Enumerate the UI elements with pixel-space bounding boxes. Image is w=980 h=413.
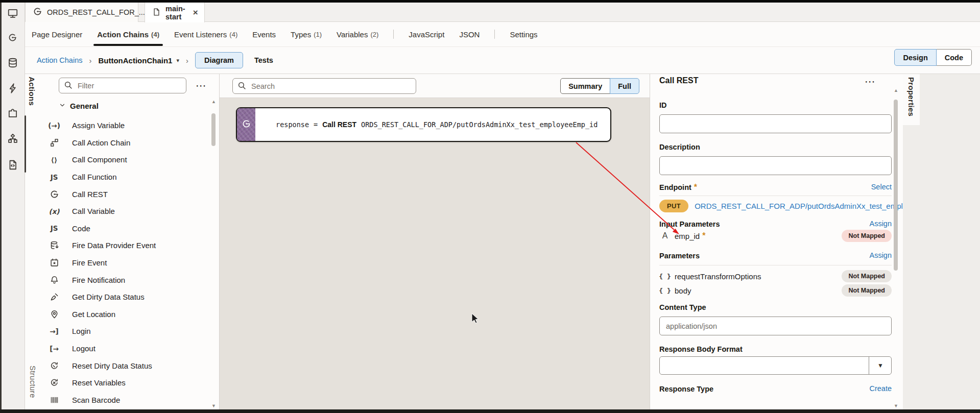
- properties-scrollbar[interactable]: [894, 94, 898, 380]
- call-rest-action-node[interactable]: response = Call REST ORDS_REST_CALL_FOR_…: [236, 107, 611, 142]
- breadcrumb-action-chains-link[interactable]: Action Chains: [37, 56, 82, 64]
- close-icon[interactable]: ×: [193, 8, 198, 18]
- full-view-button[interactable]: Full: [610, 78, 639, 94]
- palette-overflow-menu-icon[interactable]: ⋯: [196, 80, 207, 91]
- parameters-assign-link[interactable]: Assign: [869, 251, 892, 259]
- get-dirty-data-status-icon: [47, 292, 61, 302]
- tab-event-listeners[interactable]: Event Listeners(4): [174, 22, 237, 47]
- properties-rail-label: Properties: [907, 77, 916, 125]
- tab-action-chains[interactable]: Action Chains(4): [97, 22, 159, 47]
- id-field-wrap: [659, 114, 892, 133]
- node-accent-strip: [237, 108, 255, 141]
- response-type-header: Response Type Create: [659, 384, 892, 394]
- input-parameters-assign-link[interactable]: Assign: [869, 220, 892, 228]
- doc-tab-ords-rest-call[interactable]: ORDS_REST_CALL_FOR_...: [25, 3, 138, 22]
- code-mode-button[interactable]: Code: [937, 49, 972, 66]
- action-item-fire-notification[interactable]: Fire Notification: [25, 271, 209, 288]
- summary-view-button[interactable]: Summary: [560, 78, 610, 94]
- action-item-call-function[interactable]: JS Call Function: [25, 168, 209, 186]
- assign-variable-icon: (→): [47, 122, 61, 130]
- action-item-call-action-chain[interactable]: Call Action Chain: [25, 134, 209, 152]
- scroll-up-icon[interactable]: ▲: [893, 88, 899, 93]
- dropdown-arrow-icon[interactable]: ▼: [869, 357, 892, 374]
- search-field-wrap: [232, 78, 416, 94]
- tabbar-divider: [393, 30, 394, 39]
- database-icon[interactable]: [0, 57, 25, 69]
- parameter-row-requestTransformOptions[interactable]: { } requestTransformOptions Not Mapped: [659, 269, 892, 283]
- action-item-reset-variables[interactable]: Reset Variables: [25, 374, 209, 392]
- action-item-reset-dirty-data-status[interactable]: Reset Dirty Data Status: [25, 357, 209, 374]
- response-type-create-link[interactable]: Create: [869, 384, 892, 393]
- divider: [659, 265, 892, 265]
- scrollbar-thumb[interactable]: [894, 100, 898, 271]
- id-field-label: ID: [659, 101, 892, 110]
- not-mapped-badge: Not Mapped: [842, 230, 892, 242]
- action-item-assign-variable[interactable]: (→) Assign Variable: [25, 117, 209, 134]
- response-body-format-label: Response Body Format: [659, 345, 892, 354]
- actions-scrollbar[interactable]: ▲ ▼: [211, 98, 217, 409]
- scroll-up-icon[interactable]: ▲: [211, 99, 217, 104]
- code-file-icon[interactable]: [0, 159, 25, 171]
- filter-input[interactable]: [59, 78, 186, 93]
- chevron-down-icon[interactable]: ▾: [176, 57, 179, 64]
- tests-view-button[interactable]: Tests: [254, 56, 273, 64]
- description-field-label: Description: [659, 142, 892, 152]
- divider: [659, 196, 892, 196]
- response-body-format-input[interactable]: [659, 356, 892, 375]
- tab-page-designer[interactable]: Page Designer: [32, 22, 82, 47]
- parameter-row-emp_id[interactable]: A emp_id * Not Mapped: [659, 229, 892, 243]
- tabbar-divider: [494, 30, 495, 39]
- action-item-fire-data-provider-event[interactable]: Fire Data Provider Event: [25, 237, 209, 254]
- properties-panel: Call REST ⋯ ID Description Endpoint* Sel…: [650, 74, 903, 409]
- parameter-row-body[interactable]: { } body Not Mapped: [659, 283, 892, 298]
- general-group-header[interactable]: General: [59, 102, 99, 110]
- module-tabbar: Page DesignerAction Chains(4)Event Liste…: [25, 22, 980, 47]
- tab-settings[interactable]: Settings: [510, 22, 537, 47]
- action-item-call-variable[interactable]: (x) Call Variable: [25, 203, 209, 220]
- node-endpoint-path: ORDS_REST_CALL_FOR_ADP/putOrdsAdminXx_te…: [361, 120, 597, 129]
- tab-javascript[interactable]: JavaScript: [409, 22, 444, 47]
- tab-json[interactable]: JSON: [459, 22, 480, 47]
- tab-events[interactable]: Events: [252, 22, 276, 47]
- description-input[interactable]: [659, 156, 892, 175]
- action-item-code[interactable]: JS Code: [25, 220, 209, 237]
- properties-rail-tab[interactable]: Properties: [903, 74, 920, 125]
- call-rest-icon: [47, 189, 61, 199]
- doc-tab-main-start[interactable]: main-start ×: [145, 3, 205, 22]
- endpoint-section-header: Endpoint* Select: [659, 183, 892, 192]
- action-item-logout[interactable]: [→ Logout: [25, 340, 209, 357]
- action-item-fire-event[interactable]: Fire Event: [25, 254, 209, 272]
- actions-rail-tab[interactable]: Actions: [28, 77, 36, 106]
- endpoint-select-link[interactable]: Select: [871, 183, 892, 191]
- tab-variables[interactable]: Variables(2): [337, 22, 378, 47]
- design-mode-button[interactable]: Design: [894, 49, 936, 66]
- id-input[interactable]: [659, 114, 892, 133]
- action-item-call-component[interactable]: ⟨⟩ Call Component: [25, 151, 209, 168]
- scrollbar-thumb[interactable]: [211, 113, 216, 146]
- action-item-get-dirty-data-status[interactable]: Get Dirty Data Status: [25, 288, 209, 306]
- fire-notification-icon: [47, 275, 61, 285]
- extension-icon[interactable]: [0, 107, 25, 119]
- page-icon: [152, 8, 161, 18]
- structure-rail-tab[interactable]: Structure: [29, 366, 37, 398]
- lightning-icon[interactable]: [0, 82, 25, 94]
- not-mapped-badge: Not Mapped: [842, 270, 892, 282]
- action-item-scan-barcode[interactable]: Scan Barcode: [25, 392, 209, 409]
- scroll-down-icon[interactable]: ▼: [211, 403, 217, 408]
- right-rail-lower: [903, 125, 920, 409]
- components-icon[interactable]: [0, 132, 25, 144]
- diagram-canvas[interactable]: Summary Full response = Call REST ORDS_R…: [220, 74, 650, 409]
- tab-types[interactable]: Types(1): [291, 22, 322, 47]
- monitor-icon[interactable]: [0, 7, 25, 19]
- panel-resize-handle[interactable]: [25, 115, 26, 173]
- content-type-input[interactable]: [659, 317, 892, 335]
- diagram-view-button[interactable]: Diagram: [195, 52, 243, 68]
- action-item-login[interactable]: →] Login: [25, 323, 209, 340]
- scroll-down-icon[interactable]: ▼: [893, 403, 899, 408]
- action-item-get-location[interactable]: Get Location: [25, 306, 209, 323]
- breadcrumb-current-chain[interactable]: ButtonActionChain1: [98, 56, 172, 65]
- action-item-call-rest[interactable]: Call REST: [25, 185, 209, 203]
- canvas-search-input[interactable]: [232, 78, 416, 94]
- properties-overflow-menu-icon[interactable]: ⋯: [865, 76, 876, 87]
- rest-icon[interactable]: [0, 31, 25, 43]
